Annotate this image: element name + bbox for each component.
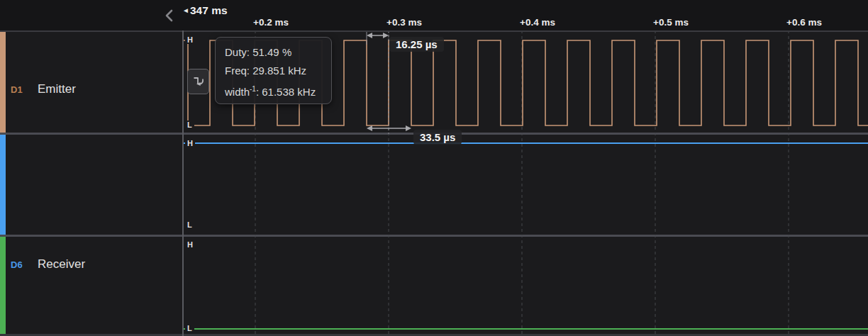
ruler-mark-label: +0.5 ms <box>653 17 689 28</box>
level-label-high: H <box>185 240 195 249</box>
ruler-mark-label: +0.2 ms <box>253 17 289 28</box>
level-label-low: L <box>185 220 194 229</box>
measurement-tooltip: Duty: 51.49 % Freq: 29.851 kHz width-1: … <box>215 37 332 104</box>
tooltip-freq: Freq: 29.851 kHz <box>225 62 331 80</box>
logic-analyzer-app: ◄ 347 ms +0.2 ms+0.3 ms+0.4 ms+0.5 ms+0.… <box>0 0 868 336</box>
row-separator <box>0 235 868 237</box>
tooltip-duty: Duty: 51.49 % <box>225 43 331 62</box>
timeline-ruler[interactable] <box>0 0 868 30</box>
previous-edge-icon <box>191 74 206 89</box>
channel-colorbar <box>0 32 6 133</box>
channel-row-relay[interactable]: D5 Relay (door open) <box>0 237 182 334</box>
level-label-low: L <box>185 121 194 129</box>
measurement-low-width-label: 16.25 µs <box>389 37 444 52</box>
channel-colorbar <box>0 135 6 235</box>
measurement-period-label: 33.5 µs <box>413 130 462 145</box>
level-label-high: H <box>185 139 195 147</box>
channel-row-receiver[interactable]: D6 Receiver <box>0 135 182 235</box>
ruler-mark-label: +0.6 ms <box>786 17 822 28</box>
time-marker-icon: ◄ <box>182 6 189 14</box>
previous-edge-button[interactable] <box>187 69 209 94</box>
channel-name: Emitter <box>38 82 76 96</box>
sidebar-waveform-divider <box>182 30 184 336</box>
channel-row-emitter[interactable]: D1 Emitter <box>0 32 182 133</box>
ruler-mark-label: +0.4 ms <box>520 17 555 28</box>
ruler-mark-label: +0.3 ms <box>386 17 422 28</box>
ruler-separator <box>0 30 868 32</box>
chevron-left-icon[interactable] <box>164 9 175 23</box>
tooltip-width-inverse: width-1: 61.538 kHz <box>225 80 331 101</box>
channel-id: D1 <box>11 84 23 95</box>
level-label-high: H <box>185 35 195 44</box>
level-label-low: L <box>185 324 194 332</box>
view-start-time: 347 ms <box>190 4 228 17</box>
channel-colorbar <box>0 237 6 334</box>
